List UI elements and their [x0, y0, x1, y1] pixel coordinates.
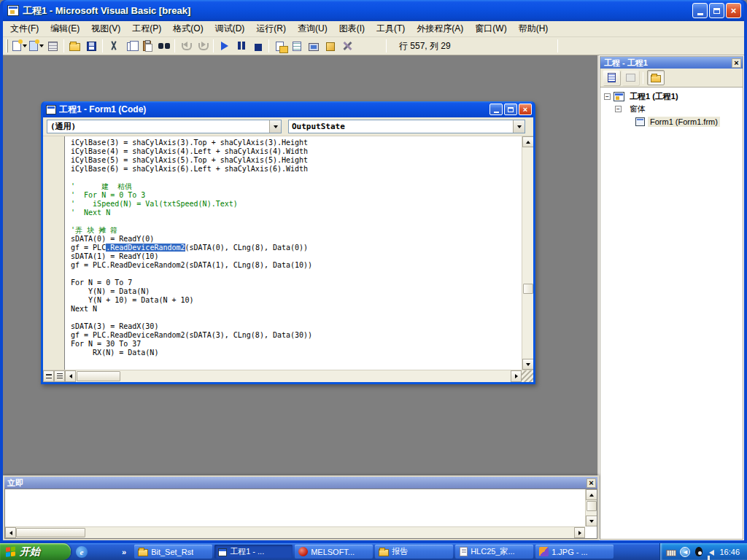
end-button[interactable] [249, 38, 266, 54]
code-line[interactable] [71, 270, 522, 279]
quick-launch-chevron-icon[interactable]: » [122, 548, 126, 556]
open-button[interactable] [66, 38, 83, 54]
internet-explorer-icon[interactable]: e [76, 546, 88, 558]
menu-item-format[interactable]: 格式(O) [167, 20, 209, 37]
scrollbar-thumb[interactable] [523, 284, 533, 294]
code-line[interactable]: For N = 30 To 37 [71, 340, 522, 349]
code-line[interactable] [71, 217, 522, 226]
start-button[interactable] [216, 38, 233, 54]
taskbar-task-jpg1[interactable]: 1.JPG - ... [535, 545, 614, 559]
procedure-combo-dropdown-button[interactable] [513, 120, 525, 133]
code-maximize-button[interactable] [504, 104, 517, 115]
immediate-vertical-scrollbar[interactable] [585, 489, 597, 526]
scroll-left-button[interactable] [5, 527, 16, 538]
maximize-button[interactable] [709, 3, 724, 18]
scroll-up-button[interactable] [522, 136, 533, 147]
code-line[interactable]: sDATA(0) = ReadY(0) [71, 235, 522, 244]
break-button[interactable] [233, 38, 249, 54]
volume-tray-icon[interactable] [709, 550, 714, 556]
menu-editor-button[interactable] [44, 38, 61, 54]
taskbar-task-gongcheng1[interactable]: 工程1 - ... [214, 545, 293, 559]
code-line[interactable]: gf = PLC.ReadDeviceRandom2(sDATA(1), CLn… [71, 261, 522, 270]
code-line[interactable]: RX(N) = Data(N) [71, 349, 522, 357]
minimize-button[interactable] [692, 3, 708, 18]
code-line[interactable]: gf = PLC.ReadDeviceRandom2(sDATA(0), CLn… [71, 244, 522, 252]
code-line[interactable]: Next N [71, 305, 522, 314]
add-project-button[interactable] [11, 38, 28, 54]
tree-item-form1[interactable]: Form1 (Form1.frm) [600, 115, 743, 128]
procedure-combobox[interactable]: OutputState [288, 120, 525, 133]
scroll-right-button[interactable] [574, 527, 585, 538]
menu-item-project[interactable]: 工程(P) [126, 20, 167, 37]
code-line[interactable]: ' 建 秸俱 [71, 182, 522, 191]
margin-indicator-bar[interactable] [43, 136, 65, 370]
immediate-horizontal-scrollbar[interactable] [5, 526, 585, 538]
code-line[interactable]: ' iSpeed(N) = Val(txtSpeed(N).Text) [71, 200, 522, 209]
menu-item-addins[interactable]: 外接程序(A) [411, 20, 469, 37]
menu-item-file[interactable]: 文件(F) [4, 20, 44, 37]
menu-item-diagram[interactable]: 图表(I) [333, 20, 371, 37]
close-button[interactable]: × [726, 3, 741, 18]
code-line[interactable]: gf = PLC.ReadDeviceRandom2(sDATA(3), CLn… [71, 331, 522, 340]
main-titlebar[interactable]: 工程1 - Microsoft Visual Basic [break] × [3, 0, 744, 21]
paste-button[interactable] [139, 38, 155, 54]
menu-item-query[interactable]: 查询(U) [292, 20, 333, 37]
menu-item-tools[interactable]: 工具(T) [371, 20, 411, 37]
tree-item-project1[interactable]: −工程1 (工程1) [600, 90, 743, 103]
immediate-close-button[interactable]: × [587, 478, 596, 488]
scrollbar-thumb[interactable] [587, 501, 597, 511]
toggle-folders-button[interactable] [647, 70, 665, 85]
procedure-view-button[interactable] [43, 370, 54, 382]
toolbox-button[interactable] [338, 38, 355, 54]
scroll-down-button[interactable] [586, 516, 597, 526]
code-line[interactable]: '弄 块 摊 箝 [71, 226, 522, 235]
code-line[interactable] [71, 314, 522, 322]
taskbar-task-baogao[interactable]: 报告 [375, 545, 453, 559]
object-combo-dropdown-button[interactable] [269, 120, 281, 133]
add-form-button[interactable] [28, 38, 44, 54]
code-line[interactable]: iCylBase(4) = shaCylAxis(4).Left + shaCy… [71, 147, 522, 156]
code-line[interactable] [71, 174, 522, 182]
menu-item-view[interactable]: 视图(V) [85, 20, 126, 37]
taskbar-task-hlc25[interactable]: HLC25_家... [455, 545, 533, 559]
view-code-button[interactable] [603, 70, 620, 85]
code-line[interactable]: Y(N) = Data(N) [71, 287, 522, 296]
scroll-up-button[interactable] [586, 489, 597, 500]
scroll-down-button[interactable] [522, 359, 533, 370]
hide-chevron-tray-icon[interactable]: ◄ [680, 547, 690, 557]
code-line[interactable]: iCylBase(5) = shaCylAxis(5).Top + shaCyl… [71, 156, 522, 165]
code-line[interactable]: iCylBase(6) = shaCylAxis(6).Left + shaCy… [71, 165, 522, 174]
code-line[interactable]: Y(N + 10) = Data(N + 10) [71, 296, 522, 305]
properties-window-button[interactable] [288, 38, 305, 54]
code-line[interactable]: iCylBase(3) = shaCylAxis(3).Top + shaCyl… [71, 139, 522, 147]
immediate-input[interactable] [5, 489, 585, 526]
project-explorer-button[interactable] [271, 38, 288, 54]
keyboard-tray-icon[interactable] [666, 550, 676, 556]
object-combobox[interactable]: (通用) [47, 120, 282, 133]
code-editor[interactable]: iCylBase(3) = shaCylAxis(3).Top + shaCyl… [65, 136, 522, 370]
code-window-titlebar[interactable]: 工程1 - Form1 (Code) × [43, 101, 533, 117]
scrollbar-thumb[interactable] [77, 371, 120, 381]
code-line[interactable]: sDATA(3) = ReadX(30) [71, 322, 522, 331]
expander-minus-icon[interactable]: − [615, 106, 622, 112]
toolbar-grip[interactable] [6, 39, 8, 52]
qq-tray-icon[interactable] [695, 547, 703, 556]
dropdown-arrow-icon[interactable] [23, 44, 27, 47]
expander-minus-icon[interactable]: − [604, 93, 611, 100]
menu-item-help[interactable]: 帮助(H) [513, 20, 554, 37]
scroll-right-button[interactable] [511, 370, 522, 382]
tree-item-forms-folder[interactable]: −窗体 [600, 103, 743, 115]
menu-item-window[interactable]: 窗口(W) [469, 20, 512, 37]
taskbar-task-melsoft[interactable]: MELSOFT... [295, 545, 373, 559]
menu-item-edit[interactable]: 编辑(E) [44, 20, 85, 37]
form-layout-button[interactable] [305, 38, 322, 54]
start-button[interactable]: 开始 [0, 543, 71, 560]
save-button[interactable] [83, 38, 100, 54]
taskbar-task-bit-set-rst[interactable]: Bit_Set_Rst [134, 545, 212, 559]
scrollbar-thumb[interactable] [16, 528, 85, 537]
code-line[interactable]: For N = 0 To 7 [71, 279, 522, 287]
full-module-view-button[interactable] [54, 370, 65, 382]
code-vertical-scrollbar[interactable] [522, 136, 533, 370]
taskbar-clock[interactable]: 16:46 [719, 548, 740, 556]
copy-button[interactable] [122, 38, 139, 54]
